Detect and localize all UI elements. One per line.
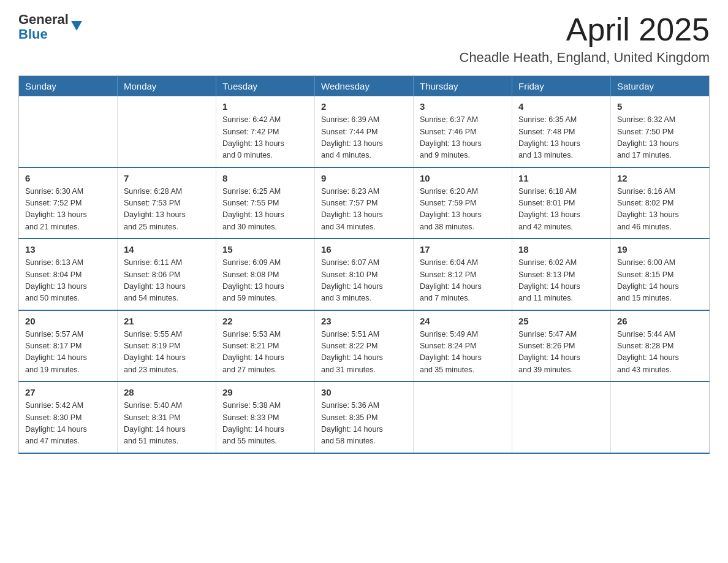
day-info: Sunrise: 6:39 AM Sunset: 7:44 PM Dayligh… xyxy=(321,114,407,162)
day-number: 29 xyxy=(222,387,308,397)
day-info: Sunrise: 5:36 AM Sunset: 8:35 PM Dayligh… xyxy=(321,400,407,448)
col-wednesday: Wednesday xyxy=(315,76,414,97)
day-number: 4 xyxy=(518,101,604,112)
col-saturday: Saturday xyxy=(611,76,710,97)
logo: General Blue xyxy=(18,12,82,42)
calendar-cell xyxy=(414,381,512,453)
day-info: Sunrise: 6:07 AM Sunset: 8:10 PM Dayligh… xyxy=(321,257,407,305)
calendar-week-row: 13Sunrise: 6:13 AM Sunset: 8:04 PM Dayli… xyxy=(19,239,710,310)
day-info: Sunrise: 6:13 AM Sunset: 8:04 PM Dayligh… xyxy=(25,257,111,305)
col-friday: Friday xyxy=(512,76,611,97)
day-number: 27 xyxy=(25,387,111,397)
day-number: 12 xyxy=(617,173,703,183)
day-info: Sunrise: 6:30 AM Sunset: 7:52 PM Dayligh… xyxy=(25,186,111,234)
day-info: Sunrise: 6:02 AM Sunset: 8:13 PM Dayligh… xyxy=(518,257,604,305)
calendar-cell: 13Sunrise: 6:13 AM Sunset: 8:04 PM Dayli… xyxy=(19,239,118,310)
day-number: 30 xyxy=(321,387,407,397)
day-info: Sunrise: 5:53 AM Sunset: 8:21 PM Dayligh… xyxy=(222,329,308,377)
day-number: 9 xyxy=(321,173,407,183)
day-info: Sunrise: 5:47 AM Sunset: 8:26 PM Dayligh… xyxy=(518,329,604,377)
calendar-cell: 10Sunrise: 6:20 AM Sunset: 7:59 PM Dayli… xyxy=(414,167,512,239)
calendar-cell: 25Sunrise: 5:47 AM Sunset: 8:26 PM Dayli… xyxy=(512,310,611,382)
day-number: 28 xyxy=(124,387,210,397)
calendar-cell: 20Sunrise: 5:57 AM Sunset: 8:17 PM Dayli… xyxy=(19,310,118,382)
calendar-cell xyxy=(611,381,710,453)
day-info: Sunrise: 6:32 AM Sunset: 7:50 PM Dayligh… xyxy=(617,114,703,162)
day-number: 23 xyxy=(321,316,407,326)
day-number: 2 xyxy=(321,101,407,112)
col-monday: Monday xyxy=(118,76,216,97)
col-thursday: Thursday xyxy=(414,76,512,97)
day-info: Sunrise: 5:51 AM Sunset: 8:22 PM Dayligh… xyxy=(321,329,407,377)
calendar-cell: 6Sunrise: 6:30 AM Sunset: 7:52 PM Daylig… xyxy=(19,167,118,239)
day-info: Sunrise: 6:04 AM Sunset: 8:12 PM Dayligh… xyxy=(420,257,506,305)
logo-general: General xyxy=(18,12,69,27)
calendar-cell: 5Sunrise: 6:32 AM Sunset: 7:50 PM Daylig… xyxy=(611,96,710,167)
day-number: 19 xyxy=(617,244,703,255)
day-number: 21 xyxy=(124,316,210,326)
calendar-cell: 29Sunrise: 5:38 AM Sunset: 8:33 PM Dayli… xyxy=(216,381,315,453)
calendar-cell: 19Sunrise: 6:00 AM Sunset: 8:15 PM Dayli… xyxy=(611,239,710,310)
calendar-cell: 27Sunrise: 5:42 AM Sunset: 8:30 PM Dayli… xyxy=(19,381,118,453)
day-info: Sunrise: 6:28 AM Sunset: 7:53 PM Dayligh… xyxy=(124,186,210,234)
calendar-cell: 21Sunrise: 5:55 AM Sunset: 8:19 PM Dayli… xyxy=(118,310,216,382)
day-info: Sunrise: 6:00 AM Sunset: 8:15 PM Dayligh… xyxy=(617,257,703,305)
logo-triangle-icon xyxy=(71,21,82,31)
calendar-week-row: 1Sunrise: 6:42 AM Sunset: 7:42 PM Daylig… xyxy=(19,96,710,167)
calendar-cell: 23Sunrise: 5:51 AM Sunset: 8:22 PM Dayli… xyxy=(315,310,414,382)
calendar-cell xyxy=(118,96,216,167)
day-info: Sunrise: 5:44 AM Sunset: 8:28 PM Dayligh… xyxy=(617,329,703,377)
day-number: 8 xyxy=(222,173,308,183)
calendar-week-row: 27Sunrise: 5:42 AM Sunset: 8:30 PM Dayli… xyxy=(19,381,710,453)
day-info: Sunrise: 5:42 AM Sunset: 8:30 PM Dayligh… xyxy=(25,400,111,448)
day-number: 15 xyxy=(222,244,308,255)
calendar-cell: 3Sunrise: 6:37 AM Sunset: 7:46 PM Daylig… xyxy=(414,96,512,167)
day-number: 11 xyxy=(518,173,604,183)
calendar-cell: 11Sunrise: 6:18 AM Sunset: 8:01 PM Dayli… xyxy=(512,167,611,239)
day-info: Sunrise: 6:42 AM Sunset: 7:42 PM Dayligh… xyxy=(222,114,308,162)
calendar-table: Sunday Monday Tuesday Wednesday Thursday… xyxy=(18,75,710,454)
day-info: Sunrise: 5:38 AM Sunset: 8:33 PM Dayligh… xyxy=(222,400,308,448)
day-info: Sunrise: 6:20 AM Sunset: 7:59 PM Dayligh… xyxy=(420,186,506,234)
calendar-cell: 1Sunrise: 6:42 AM Sunset: 7:42 PM Daylig… xyxy=(216,96,315,167)
day-info: Sunrise: 5:40 AM Sunset: 8:31 PM Dayligh… xyxy=(124,400,210,448)
calendar-cell: 28Sunrise: 5:40 AM Sunset: 8:31 PM Dayli… xyxy=(118,381,216,453)
logo-blue: Blue xyxy=(18,27,69,42)
day-info: Sunrise: 6:11 AM Sunset: 8:06 PM Dayligh… xyxy=(124,257,210,305)
calendar-cell: 17Sunrise: 6:04 AM Sunset: 8:12 PM Dayli… xyxy=(414,239,512,310)
col-sunday: Sunday xyxy=(19,76,118,97)
day-info: Sunrise: 6:37 AM Sunset: 7:46 PM Dayligh… xyxy=(420,114,506,162)
day-number: 24 xyxy=(420,316,506,326)
calendar-cell: 24Sunrise: 5:49 AM Sunset: 8:24 PM Dayli… xyxy=(414,310,512,382)
day-info: Sunrise: 5:49 AM Sunset: 8:24 PM Dayligh… xyxy=(420,329,506,377)
calendar-week-row: 6Sunrise: 6:30 AM Sunset: 7:52 PM Daylig… xyxy=(19,167,710,239)
page-title: April 2025 xyxy=(460,12,710,47)
calendar-cell: 7Sunrise: 6:28 AM Sunset: 7:53 PM Daylig… xyxy=(118,167,216,239)
day-number: 26 xyxy=(617,316,703,326)
day-number: 25 xyxy=(518,316,604,326)
calendar-cell xyxy=(19,96,118,167)
day-info: Sunrise: 6:35 AM Sunset: 7:48 PM Dayligh… xyxy=(518,114,604,162)
calendar-cell: 12Sunrise: 6:16 AM Sunset: 8:02 PM Dayli… xyxy=(611,167,710,239)
subtitle: Cheadle Heath, England, United Kingdom xyxy=(460,50,710,66)
day-number: 22 xyxy=(222,316,308,326)
day-number: 16 xyxy=(321,244,407,255)
calendar-cell: 8Sunrise: 6:25 AM Sunset: 7:55 PM Daylig… xyxy=(216,167,315,239)
col-tuesday: Tuesday xyxy=(216,76,315,97)
title-area: April 2025 Cheadle Heath, England, Unite… xyxy=(460,12,710,66)
day-number: 5 xyxy=(617,101,703,112)
calendar-cell: 30Sunrise: 5:36 AM Sunset: 8:35 PM Dayli… xyxy=(315,381,414,453)
calendar-cell: 22Sunrise: 5:53 AM Sunset: 8:21 PM Dayli… xyxy=(216,310,315,382)
day-number: 10 xyxy=(420,173,506,183)
day-number: 6 xyxy=(25,173,111,183)
calendar-header-row: Sunday Monday Tuesday Wednesday Thursday… xyxy=(19,76,710,97)
day-info: Sunrise: 6:25 AM Sunset: 7:55 PM Dayligh… xyxy=(222,186,308,234)
calendar-cell: 14Sunrise: 6:11 AM Sunset: 8:06 PM Dayli… xyxy=(118,239,216,310)
calendar-cell: 15Sunrise: 6:09 AM Sunset: 8:08 PM Dayli… xyxy=(216,239,315,310)
calendar-cell: 2Sunrise: 6:39 AM Sunset: 7:44 PM Daylig… xyxy=(315,96,414,167)
day-number: 18 xyxy=(518,244,604,255)
calendar-cell: 4Sunrise: 6:35 AM Sunset: 7:48 PM Daylig… xyxy=(512,96,611,167)
calendar-cell: 9Sunrise: 6:23 AM Sunset: 7:57 PM Daylig… xyxy=(315,167,414,239)
calendar-week-row: 20Sunrise: 5:57 AM Sunset: 8:17 PM Dayli… xyxy=(19,310,710,382)
day-number: 20 xyxy=(25,316,111,326)
